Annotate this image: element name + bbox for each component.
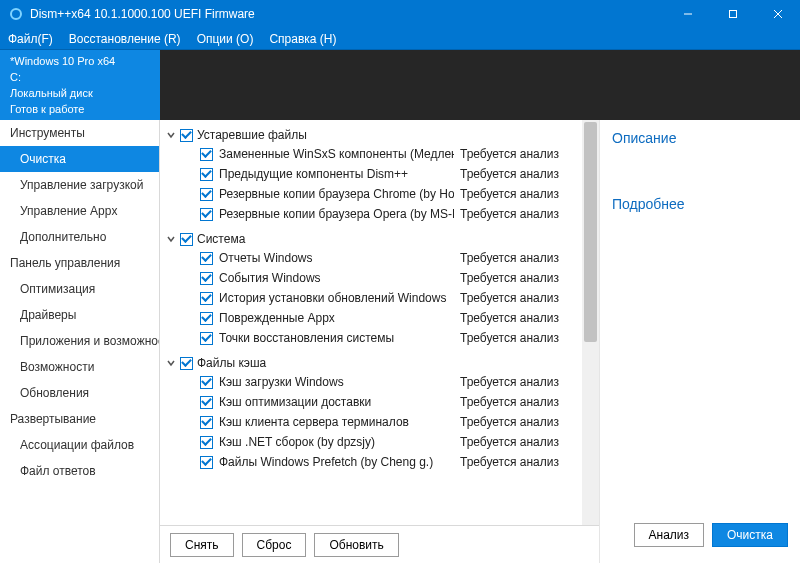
cleanup-item[interactable]: Резервные копии браузера Opera (by MS-PC…: [166, 204, 582, 224]
cleanup-item[interactable]: Предыдущие компоненты Dism++Требуется ан…: [166, 164, 582, 184]
item-checkbox[interactable]: [200, 168, 213, 181]
sidebar-group-header: Инструменты: [0, 120, 159, 146]
sidebar-item[interactable]: Оптимизация: [0, 276, 159, 302]
item-name: Файлы Windows Prefetch (by Cheng g.): [219, 455, 454, 469]
item-name: Поврежденные Appx: [219, 311, 454, 325]
item-status: Требуется анализ: [460, 331, 570, 345]
cleanup-item[interactable]: Кэш загрузки WindowsТребуется анализ: [166, 372, 582, 392]
item-name: Кэш оптимизации доставки: [219, 395, 454, 409]
maximize-button[interactable]: [710, 0, 755, 28]
cleanup-item[interactable]: Резервные копии браузера Chrome (by Honr…: [166, 184, 582, 204]
cleanup-item[interactable]: События WindowsТребуется анализ: [166, 268, 582, 288]
cleanup-item[interactable]: Кэш .NET сборок (by dpzsjy)Требуется ана…: [166, 432, 582, 452]
item-name: Резервные копии браузера Chrome (by Honr…: [219, 187, 454, 201]
group-label: Система: [197, 232, 245, 246]
group-header[interactable]: Файлы кэша: [166, 354, 582, 372]
cleanup-item[interactable]: Файлы Windows Prefetch (by Cheng g.)Треб…: [166, 452, 582, 472]
sidebar-item[interactable]: Ассоциации файлов: [0, 432, 159, 458]
cleanup-item[interactable]: Кэш оптимизации доставкиТребуется анализ: [166, 392, 582, 412]
menu-help[interactable]: Справка (H): [261, 28, 344, 49]
item-name: Точки восстановления системы: [219, 331, 454, 345]
item-checkbox[interactable]: [200, 148, 213, 161]
item-checkbox[interactable]: [200, 292, 213, 305]
sidebar-item[interactable]: Управление загрузкой: [0, 172, 159, 198]
sidebar-item[interactable]: Управление Appx: [0, 198, 159, 224]
cleanup-group: Файлы кэшаКэш загрузки WindowsТребуется …: [166, 354, 582, 472]
minimize-button[interactable]: [665, 0, 710, 28]
cleanup-item[interactable]: Замененные WinSxS компоненты (МедленноТр…: [166, 144, 582, 164]
item-name: Замененные WinSxS компоненты (Медленно: [219, 147, 454, 161]
item-status: Требуется анализ: [460, 395, 570, 409]
item-status: Требуется анализ: [460, 147, 570, 161]
cleanup-item[interactable]: Точки восстановления системыТребуется ан…: [166, 328, 582, 348]
right-footer: Анализ Очистка: [612, 523, 788, 553]
image-tile[interactable]: *Windows 10 Pro x64 C: Локальный диск Го…: [0, 50, 160, 120]
item-checkbox[interactable]: [200, 188, 213, 201]
item-checkbox[interactable]: [200, 436, 213, 449]
item-checkbox[interactable]: [200, 332, 213, 345]
item-checkbox[interactable]: [200, 208, 213, 221]
image-disk-label: Локальный диск: [10, 86, 150, 100]
item-checkbox[interactable]: [200, 396, 213, 409]
group-checkbox[interactable]: [180, 357, 193, 370]
cleanup-group: Устаревшие файлыЗамененные WinSxS компон…: [166, 126, 582, 224]
item-name: События Windows: [219, 271, 454, 285]
item-name: История установки обновлений Windows: [219, 291, 454, 305]
vertical-scrollbar[interactable]: [582, 120, 599, 525]
sidebar-item[interactable]: Очистка: [0, 146, 159, 172]
window-title: Dism++x64 10.1.1000.100 UEFI Firmware: [30, 7, 665, 21]
cleanup-item[interactable]: История установки обновлений WindowsТреб…: [166, 288, 582, 308]
image-info-strip: *Windows 10 Pro x64 C: Локальный диск Го…: [0, 50, 800, 120]
reset-button[interactable]: Сброс: [242, 533, 307, 557]
close-button[interactable]: [755, 0, 800, 28]
cleanup-item[interactable]: Кэш клиента сервера терминаловТребуется …: [166, 412, 582, 432]
description-header: Описание: [612, 130, 788, 146]
item-name: Отчеты Windows: [219, 251, 454, 265]
item-checkbox[interactable]: [200, 376, 213, 389]
refresh-button[interactable]: Обновить: [314, 533, 398, 557]
svg-point-0: [11, 9, 21, 19]
item-checkbox[interactable]: [200, 416, 213, 429]
sidebar-group-header: Панель управления: [0, 250, 159, 276]
item-checkbox[interactable]: [200, 252, 213, 265]
image-strip-empty: [160, 50, 800, 120]
sidebar-item[interactable]: Обновления: [0, 380, 159, 406]
group-checkbox[interactable]: [180, 129, 193, 142]
group-checkbox[interactable]: [180, 233, 193, 246]
uncheck-button[interactable]: Снять: [170, 533, 234, 557]
item-checkbox[interactable]: [200, 272, 213, 285]
item-status: Требуется анализ: [460, 375, 570, 389]
item-checkbox[interactable]: [200, 456, 213, 469]
menu-recovery[interactable]: Восстановление (R): [61, 28, 189, 49]
group-header[interactable]: Система: [166, 230, 582, 248]
group-header[interactable]: Устаревшие файлы: [166, 126, 582, 144]
sidebar-item[interactable]: Приложения и возможности: [0, 328, 159, 354]
group-label: Устаревшие файлы: [197, 128, 307, 142]
sidebar-item[interactable]: Возможности: [0, 354, 159, 380]
item-status: Требуется анализ: [460, 251, 570, 265]
chevron-down-icon[interactable]: [166, 130, 176, 140]
clean-button[interactable]: Очистка: [712, 523, 788, 547]
item-name: Кэш клиента сервера терминалов: [219, 415, 454, 429]
window-controls: [665, 0, 800, 28]
chevron-down-icon[interactable]: [166, 234, 176, 244]
item-name: Кэш .NET сборок (by dpzsjy): [219, 435, 454, 449]
menu-file[interactable]: Файл(F): [0, 28, 61, 49]
title-bar: Dism++x64 10.1.1000.100 UEFI Firmware: [0, 0, 800, 28]
item-status: Требуется анализ: [460, 187, 570, 201]
sidebar-item[interactable]: Драйверы: [0, 302, 159, 328]
item-name: Резервные копии браузера Opera (by MS-PC…: [219, 207, 454, 221]
item-checkbox[interactable]: [200, 312, 213, 325]
sidebar-item[interactable]: Файл ответов: [0, 458, 159, 484]
analyze-button[interactable]: Анализ: [634, 523, 705, 547]
item-status: Требуется анализ: [460, 271, 570, 285]
image-status: Готов к работе: [10, 102, 150, 116]
cleanup-item[interactable]: Поврежденные AppxТребуется анализ: [166, 308, 582, 328]
sidebar-item[interactable]: Дополнительно: [0, 224, 159, 250]
chevron-down-icon[interactable]: [166, 358, 176, 368]
menu-options[interactable]: Опции (O): [189, 28, 262, 49]
cleanup-item[interactable]: Отчеты WindowsТребуется анализ: [166, 248, 582, 268]
menu-bar: Файл(F) Восстановление (R) Опции (O) Спр…: [0, 28, 800, 50]
item-status: Требуется анализ: [460, 291, 570, 305]
scrollbar-thumb[interactable]: [584, 122, 597, 342]
